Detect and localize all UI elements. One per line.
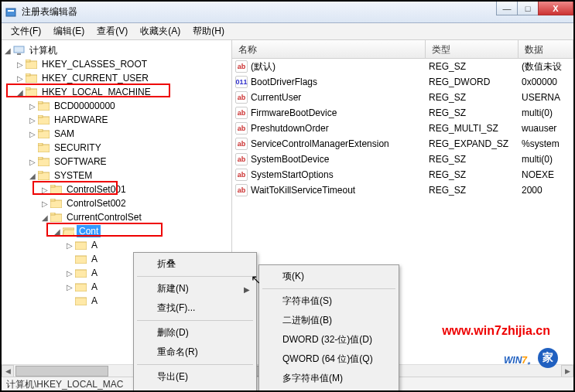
tree-item-system[interactable]: ◢SYSTEM (28, 169, 231, 182)
list-row[interactable]: abSystemStartOptionsREG_SZ NOEXE (232, 167, 573, 182)
value-type: REG_SZ (426, 90, 519, 104)
menu-help[interactable]: 帮助(H) (187, 23, 231, 39)
ctx-collapse[interactable]: 折叠 (135, 254, 255, 274)
expand-toggle[interactable]: ▷ (40, 199, 50, 208)
tree-label: HARDWARE (52, 114, 111, 126)
svg-rect-30 (75, 242, 87, 250)
tree-item-hklm[interactable]: ◢HKEY_LOCAL_MACHINE (15, 85, 231, 99)
expand-toggle[interactable]: ◢ (15, 88, 25, 97)
ctx-separator (137, 276, 253, 277)
ctx-new-dword[interactable]: DWORD (32-位)值(D) (261, 330, 397, 349)
expand-toggle[interactable]: ▷ (65, 241, 74, 250)
ctx-delete[interactable]: 删除(D) (135, 323, 255, 343)
tree-label: Cont (77, 225, 101, 237)
ctx-new-qword[interactable]: QWORD (64 位)值(Q) (261, 349, 397, 369)
tree-item-hkcr[interactable]: ▷HKEY_CLASSES_ROOT (15, 57, 231, 71)
expand-toggle[interactable]: ▷ (40, 186, 50, 194)
value-type: REG_MULTI_SZ (426, 121, 519, 135)
svg-rect-31 (75, 256, 87, 264)
expand-toggle[interactable]: ▷ (28, 116, 37, 124)
tree-item-control[interactable]: ◢Cont (53, 224, 231, 238)
expand-toggle[interactable]: ▷ (28, 158, 37, 166)
expand-toggle[interactable]: ◢ (3, 46, 12, 55)
folder-icon (37, 170, 50, 181)
list-row[interactable]: abPreshutdownOrderREG_MULTI_SZwuauser (232, 121, 573, 136)
tree-label: A (89, 295, 100, 307)
minimize-button[interactable]: — (496, 2, 518, 15)
scroll-left-arrow[interactable]: ◀ (2, 365, 14, 377)
tree-item-bcd[interactable]: ▷BCD00000000 (28, 99, 231, 113)
tree-item-computer[interactable]: ◢ 计算机 (3, 43, 231, 57)
submenu-arrow-icon: ▶ (244, 285, 250, 293)
tree-item-ccs[interactable]: ◢CurrentControlSet (40, 210, 231, 224)
ctx-new-multistring[interactable]: 多字符串值(M) (261, 369, 397, 388)
tree-label: A (89, 267, 100, 279)
string-value-icon: ab (235, 107, 248, 119)
tree-item[interactable]: ▷A (65, 238, 231, 252)
menu-edit[interactable]: 编辑(E) (47, 23, 91, 39)
expand-toggle[interactable]: ◢ (53, 227, 62, 236)
tree-label: A (89, 239, 100, 251)
column-data[interactable]: 数据 (519, 40, 573, 58)
expand-toggle[interactable]: ▷ (28, 130, 37, 138)
tree-label: HKEY_CURRENT_USER (39, 72, 151, 84)
column-name[interactable]: 名称 (232, 40, 426, 58)
ctx-new-binary[interactable]: 二进制值(B) (261, 311, 397, 330)
logo-seven: 7 (522, 355, 527, 366)
svg-rect-7 (26, 73, 30, 76)
mouse-cursor-icon: ↖ (251, 272, 261, 287)
list-row[interactable]: abCurrentUserREG_SZUSERNA (232, 90, 573, 105)
list-row[interactable]: abFirmwareBootDeviceREG_SZmulti(0) (232, 105, 573, 121)
menu-file[interactable]: 文件(F) (5, 23, 47, 39)
svg-rect-33 (75, 284, 87, 291)
expand-toggle[interactable]: ▷ (28, 102, 37, 111)
tree-item-software[interactable]: ▷SOFTWARE (28, 155, 231, 169)
menu-view[interactable]: 查看(V) (91, 23, 134, 39)
list-row[interactable]: abSystemBootDeviceREG_SZmulti(0) (232, 152, 573, 167)
expand-toggle[interactable]: ▷ (65, 283, 74, 291)
scroll-right-arrow[interactable]: ▶ (561, 365, 573, 377)
list-row[interactable]: abWaitToKillServiceTimeoutREG_SZ2000 (232, 182, 573, 198)
expand-toggle[interactable]: ▷ (65, 269, 74, 278)
list-header: 名称 类型 数据 (232, 40, 573, 59)
expand-toggle[interactable]: ◢ (40, 213, 50, 222)
svg-rect-19 (38, 157, 43, 159)
logo-pre: WIN (504, 355, 522, 366)
expand-toggle[interactable]: ▷ (15, 74, 25, 83)
ctx-separator (137, 320, 253, 321)
string-value-icon: ab (235, 138, 248, 150)
tree-item-cs002[interactable]: ▷ControlSet002 (40, 196, 231, 210)
folder-icon (37, 101, 50, 111)
list-row[interactable]: ab(默认)REG_SZ(数值未设 (232, 59, 573, 74)
column-type[interactable]: 类型 (426, 40, 519, 58)
tree-item-cs001[interactable]: ▷ControlSet001 (40, 182, 231, 196)
tree-label: CurrentControlSet (64, 211, 144, 223)
list-row[interactable]: abServiceControlManagerExtensionREG_EXPA… (232, 136, 573, 152)
tree-item-security[interactable]: ▷SECURITY (28, 141, 231, 155)
string-value-icon: ab (235, 122, 248, 135)
svg-rect-21 (38, 171, 43, 173)
maximize-button[interactable]: □ (517, 2, 539, 15)
tree-item-hkcu[interactable]: ▷HKEY_CURRENT_USER (15, 71, 231, 85)
ctx-rename[interactable]: 重命名(R) (135, 343, 255, 362)
list-row[interactable]: 011BootDriverFlagsREG_DWORD0x00000 (232, 74, 573, 90)
ctx-find[interactable]: 查找(F)... (135, 298, 255, 318)
ctx-new[interactable]: 新建(N)▶ (135, 279, 255, 298)
string-value-icon: ab (235, 169, 248, 181)
tree-item-sam[interactable]: ▷SAM (28, 127, 231, 141)
folder-icon (25, 59, 37, 70)
scroll-thumb[interactable] (15, 366, 108, 377)
tree-label: 计算机 (27, 43, 60, 58)
ctx-new-key[interactable]: 项(K) (261, 267, 397, 286)
expand-toggle[interactable]: ◢ (28, 172, 37, 180)
menu-favorites[interactable]: 收藏夹(A) (134, 23, 187, 39)
ctx-export[interactable]: 导出(E) (135, 367, 255, 387)
tree-item-hardware[interactable]: ▷HARDWARE (28, 113, 231, 127)
expand-toggle[interactable]: ▷ (15, 60, 25, 69)
folder-icon (37, 114, 50, 125)
close-button[interactable]: X (538, 2, 573, 15)
value-type: REG_SZ (426, 152, 519, 166)
ctx-new-string[interactable]: 字符串值(S) (261, 291, 397, 311)
value-type: REG_SZ (426, 168, 519, 182)
ctx-separator (262, 288, 395, 289)
